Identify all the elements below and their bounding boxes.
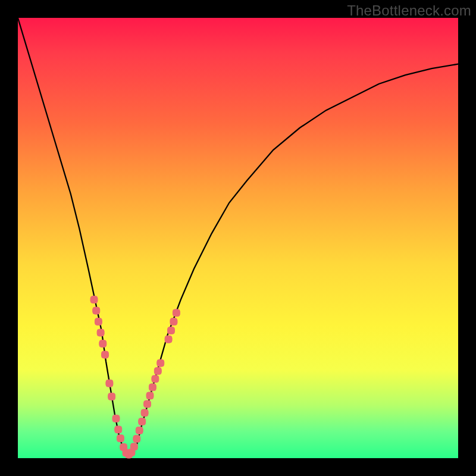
curve-bead (108, 393, 115, 400)
curve-bead (99, 340, 107, 347)
curve-bead (165, 336, 172, 343)
bottleneck-curve (18, 18, 458, 456)
curve-bead (130, 443, 137, 450)
watermark-text: TheBottleneck.com (347, 2, 471, 19)
curve-bead (133, 435, 140, 442)
curve-bead (117, 435, 124, 442)
curve-bead (136, 427, 143, 434)
curve-bead (146, 392, 154, 399)
curve-bead (93, 307, 100, 314)
curve-bead (106, 380, 113, 387)
chart-frame (18, 18, 458, 458)
curve-bead (144, 400, 151, 408)
curve-bead (139, 418, 146, 425)
curve-bead (149, 384, 156, 391)
curve-bead (95, 318, 102, 325)
curve-bead (102, 351, 109, 358)
curve-bead (168, 327, 175, 334)
curve-beads-group (90, 296, 180, 458)
curve-bead (152, 375, 159, 383)
curve-bead (97, 329, 104, 336)
curve-bead (170, 318, 177, 325)
curve-bead (141, 409, 148, 416)
curve-svg (18, 18, 458, 458)
curve-bead (154, 367, 161, 374)
curve-bead (157, 359, 164, 367)
curve-bead (90, 296, 98, 303)
curve-bead (115, 426, 122, 433)
curve-bead (112, 415, 120, 422)
curve-bead (173, 309, 180, 317)
